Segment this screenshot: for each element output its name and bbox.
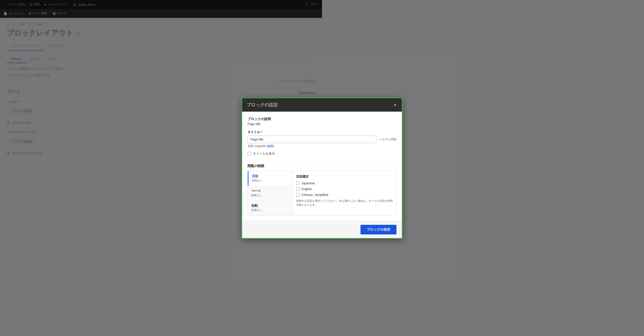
block-description-group: ブロックの説明 Page title [248, 117, 322, 126]
title-input[interactable] [248, 136, 322, 143]
machine-name-hint: 名称: pagetitle [編集] [248, 144, 322, 148]
show-title-checkbox[interactable] [248, 152, 251, 155]
modal-overlay: ブロックの設定 × ブロックの説明 Page title タイトル * システム… [0, 0, 322, 168]
block-desc-label: ブロックの説明 [248, 117, 322, 121]
visibility-label: 閲覧の制限 [248, 164, 322, 168]
block-desc-value: Page title [248, 122, 322, 126]
show-title-row: タイトルを表示 [248, 152, 322, 156]
modal-header: ブロックの設定 × [242, 98, 322, 112]
modal-title: ブロックの設定 [247, 102, 278, 108]
title-label: タイトル * [248, 130, 322, 134]
show-title-label: タイトルを表示 [253, 152, 275, 156]
title-input-row: システム内部 [248, 136, 322, 143]
modal-dialog: ブロックの設定 × ブロックの説明 Page title タイトル * システム… [242, 98, 322, 168]
machine-name-edit-link[interactable]: 編集 [268, 144, 274, 148]
modal-body: ブロックの説明 Page title タイトル * システム内部 名称: pag… [242, 112, 322, 168]
required-star: * [261, 130, 262, 134]
section-divider [248, 160, 322, 160]
title-form-group: タイトル * システム内部 名称: pagetitle [編集] [248, 130, 322, 148]
